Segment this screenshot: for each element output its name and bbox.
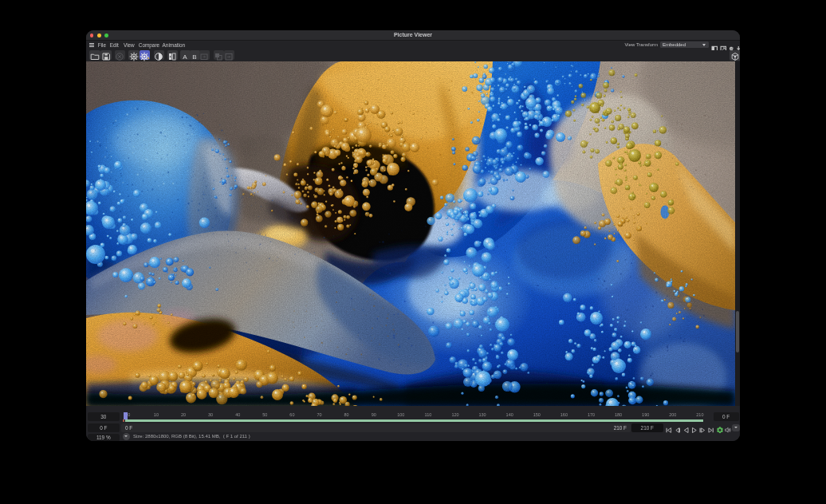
svg-text:A: A xyxy=(183,53,188,61)
svg-text:B: B xyxy=(193,53,197,61)
